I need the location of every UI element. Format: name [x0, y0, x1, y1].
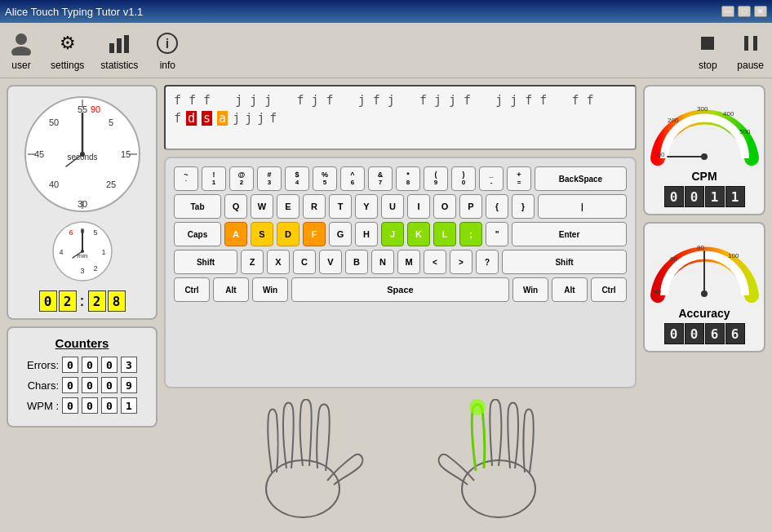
key-g[interactable]: G	[329, 222, 352, 246]
key-0[interactable]: )0	[451, 166, 476, 191]
key-p[interactable]: P	[459, 194, 482, 219]
char-j2: j	[245, 111, 252, 126]
statistics-button[interactable]: statistics	[100, 30, 138, 71]
pause-button[interactable]: pause	[737, 30, 764, 71]
key-row-numbers: ~` !1 @2 #3 $4 %5 ^6 &7 *8 (9 )0 _- += B…	[174, 166, 627, 191]
key-space[interactable]: Space	[291, 277, 509, 302]
stop-label: stop	[699, 60, 717, 71]
key-q[interactable]: Q	[224, 194, 247, 219]
main-area: 55 30 45 15 50 5 40 25 90 seconds	[0, 78, 772, 532]
key-r[interactable]: R	[303, 194, 326, 219]
svg-text:25: 25	[105, 180, 115, 189]
stop-button[interactable]: stop	[694, 30, 721, 71]
key-ctrl-left[interactable]: Ctrl	[174, 277, 210, 302]
key-z[interactable]: Z	[241, 250, 264, 274]
app-title: Alice Touch Typing Tutor v1.1	[5, 6, 143, 18]
key-quote[interactable]: "	[486, 222, 508, 246]
user-button[interactable]: user	[8, 30, 34, 71]
key-n[interactable]: N	[371, 250, 394, 274]
key-o[interactable]: O	[433, 194, 456, 219]
svg-text:50: 50	[48, 117, 58, 127]
key-ctrl-right[interactable]: Ctrl	[591, 277, 627, 302]
key-7[interactable]: &7	[368, 166, 393, 191]
cpm-gauge: 100 200 300 400 500	[650, 93, 760, 166]
svg-rect-7	[701, 37, 714, 50]
pause-label: pause	[737, 60, 764, 71]
svg-text:45: 45	[33, 149, 43, 159]
key-enter[interactable]: Enter	[512, 222, 627, 246]
key-9[interactable]: (9	[424, 166, 448, 191]
cpm-d1: 0	[685, 186, 704, 207]
key-question[interactable]: ?	[476, 250, 499, 274]
right-panel: 100 200 300 400 500 CPM 0 0 1 1	[643, 85, 765, 525]
key-shift-left[interactable]: Shift	[174, 250, 237, 274]
key-win-right[interactable]: Win	[512, 277, 548, 302]
svg-text:40: 40	[48, 180, 58, 189]
key-d[interactable]: D	[277, 222, 299, 246]
key-shift-right[interactable]: Shift	[502, 250, 627, 274]
key-s[interactable]: S	[251, 222, 273, 246]
pause-icon	[738, 30, 764, 56]
key-h[interactable]: H	[355, 222, 378, 246]
key-alt-right[interactable]: Alt	[552, 277, 588, 302]
key-u[interactable]: U	[381, 194, 404, 219]
key-win-left[interactable]: Win	[252, 277, 288, 302]
char: j j j	[235, 93, 272, 108]
key-tilde[interactable]: ~`	[174, 166, 198, 191]
settings-button[interactable]: ⚙ settings	[51, 30, 84, 71]
key-v[interactable]: V	[319, 250, 342, 274]
key-minus[interactable]: _-	[479, 166, 504, 191]
key-k[interactable]: K	[407, 222, 430, 246]
key-semicolon[interactable]: ;	[459, 222, 482, 246]
key-alt-left[interactable]: Alt	[213, 277, 249, 302]
key-x[interactable]: X	[267, 250, 290, 274]
key-a[interactable]: A	[224, 222, 247, 246]
settings-icon: ⚙	[55, 30, 81, 56]
acc-d1: 0	[685, 323, 704, 344]
key-backspace[interactable]: BackSpace	[535, 166, 627, 191]
errors-d3: 3	[121, 357, 137, 373]
key-i[interactable]: I	[407, 194, 430, 219]
key-8[interactable]: *8	[396, 166, 420, 191]
char	[277, 93, 291, 108]
key-tab[interactable]: Tab	[174, 194, 221, 219]
timer-digit-3: 8	[108, 290, 126, 312]
char-a-current: a	[217, 111, 228, 126]
close-button[interactable]: ✕	[754, 6, 767, 17]
svg-text:60: 60	[670, 255, 677, 263]
key-t[interactable]: T	[329, 194, 352, 219]
key-3[interactable]: #3	[257, 166, 282, 191]
key-rbrace[interactable]: }	[512, 194, 535, 219]
key-lt[interactable]: <	[424, 250, 446, 274]
key-pipe[interactable]: |	[538, 194, 627, 219]
key-gt[interactable]: >	[450, 250, 473, 274]
key-m[interactable]: M	[397, 250, 420, 274]
key-b[interactable]: B	[345, 250, 368, 274]
key-4[interactable]: $4	[285, 166, 309, 191]
key-1[interactable]: !1	[202, 166, 226, 191]
statistics-label: statistics	[100, 60, 138, 71]
key-e[interactable]: E	[277, 194, 299, 219]
key-lbrace[interactable]: {	[486, 194, 508, 219]
minimize-button[interactable]: —	[721, 6, 734, 17]
maximize-button[interactable]: □	[738, 6, 751, 17]
key-plus[interactable]: +=	[507, 166, 531, 191]
info-button[interactable]: i info	[154, 30, 180, 71]
svg-text:300: 300	[697, 105, 708, 113]
char-j3: j	[257, 111, 264, 126]
errors-d2: 0	[101, 357, 118, 373]
key-c[interactable]: C	[293, 250, 316, 274]
chars-d0: 0	[62, 377, 78, 393]
timer-display: 0 2 : 2 8	[39, 290, 126, 312]
key-caps[interactable]: Caps	[174, 222, 221, 246]
key-2[interactable]: @2	[229, 166, 254, 191]
cpm-label: CPM	[691, 170, 717, 183]
key-5[interactable]: %5	[313, 166, 337, 191]
key-w[interactable]: W	[251, 194, 273, 219]
key-j[interactable]: J	[381, 222, 404, 246]
key-f[interactable]: F	[303, 222, 326, 246]
svg-text:2: 2	[93, 264, 97, 273]
key-6[interactable]: ^6	[340, 166, 365, 191]
key-l[interactable]: L	[433, 222, 456, 246]
key-y[interactable]: Y	[355, 194, 378, 219]
